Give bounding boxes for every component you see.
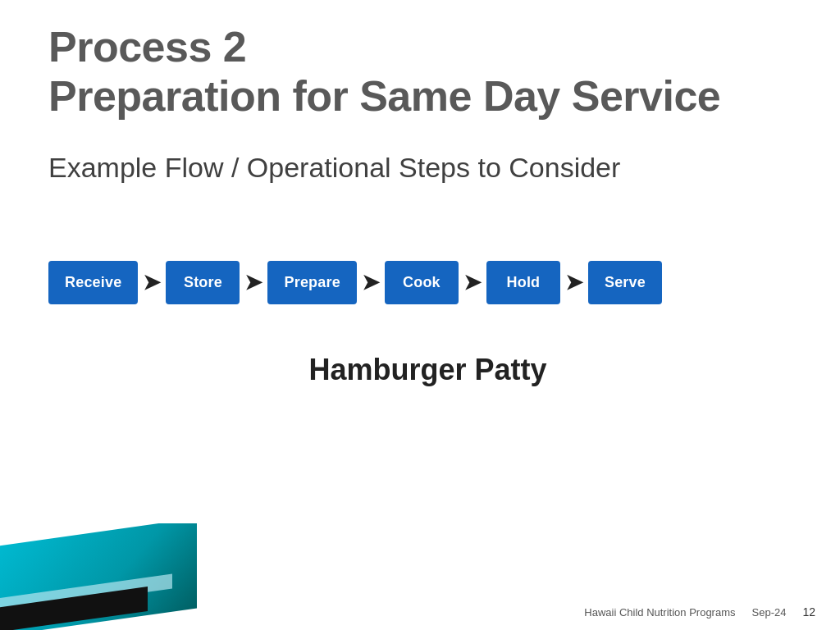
title-line2: Preparation for Same Day Service	[48, 72, 720, 120]
flow-step-serve: Serve	[588, 261, 662, 304]
flow-step-prepare: Prepare	[267, 261, 356, 304]
flow-step-store: Store	[166, 261, 240, 304]
flow-diagram: Receive ➤ Store ➤ Prepare ➤ Cook ➤ Hold …	[48, 261, 807, 304]
flow-step-receive: Receive	[48, 261, 138, 304]
arrow-5: ➤	[565, 270, 583, 295]
subtitle: Example Flow / Operational Steps to Cons…	[48, 152, 807, 184]
title-line1: Process 2	[48, 23, 246, 71]
arrow-4: ➤	[463, 270, 482, 295]
footer-program: Hawaii Child Nutrition Programs	[584, 606, 735, 619]
flow-step-hold: Hold	[486, 261, 560, 304]
arrow-2: ➤	[244, 270, 262, 295]
footer-page: 12	[802, 605, 815, 619]
footer: Hawaii Child Nutrition Programs Sep-24 1…	[584, 605, 815, 619]
flow-step-cook: Cook	[385, 261, 459, 304]
bottom-decoration	[0, 523, 213, 630]
footer-date: Sep-24	[752, 606, 787, 619]
slide-title: Process 2 Preparation for Same Day Servi…	[48, 23, 807, 121]
title-area: Process 2 Preparation for Same Day Servi…	[48, 23, 807, 121]
arrow-3: ➤	[362, 270, 380, 295]
slide: Process 2 Preparation for Same Day Servi…	[0, 0, 840, 630]
food-item-label: Hamburger Patty	[48, 353, 807, 387]
arrow-1: ➤	[143, 270, 161, 295]
